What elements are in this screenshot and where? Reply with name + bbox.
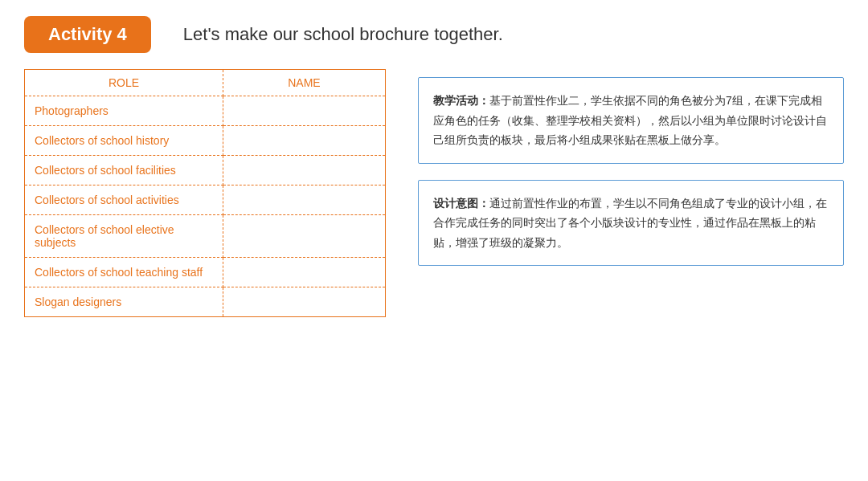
design-intent-label: 设计意图： [433,197,489,210]
table-row: Collectors of school teaching staff [25,258,386,287]
table-row: Slogan designers [25,287,386,317]
table-row: Photographers [25,96,386,126]
name-cell[interactable] [223,258,385,287]
name-cell[interactable] [223,156,385,185]
design-intent-box: 设计意图：通过前置性作业的布置，学生以不同角色组成了专业的设计小组，在合作完成任… [418,180,844,267]
teaching-activity-box: 教学活动：基于前置性作业二，学生依据不同的角色被分为7组，在课下完成相应角色的任… [418,77,844,164]
name-cell[interactable] [223,287,385,317]
right-panel: 教学活动：基于前置性作业二，学生依据不同的角色被分为7组，在课下完成相应角色的任… [418,69,844,465]
main-content: ROLE NAME PhotographersCollectors of sch… [24,69,844,465]
role-cell: Collectors of school elective subjects [25,215,223,258]
role-cell: Collectors of school teaching staff [25,258,223,287]
page: Activity 4 Let's make our school brochur… [0,0,868,481]
role-cell: Collectors of school facilities [25,156,223,185]
table-row: Collectors of school elective subjects [25,215,386,258]
left-panel: ROLE NAME PhotographersCollectors of sch… [24,69,386,465]
activity-badge: Activity 4 [24,16,151,53]
table-row: Collectors of school activities [25,185,386,215]
design-intent-content: 通过前置性作业的布置，学生以不同角色组成了专业的设计小组，在合作完成任务的同时突… [433,197,827,249]
teaching-activity-content: 基于前置性作业二，学生依据不同的角色被分为7组，在课下完成相应角色的任务（收集、… [433,94,827,146]
role-table: ROLE NAME PhotographersCollectors of sch… [24,69,386,317]
name-cell[interactable] [223,215,385,258]
header-description: Let's make our school brochure together. [183,24,503,45]
teaching-activity-label: 教学活动： [433,94,489,107]
role-cell: Collectors of school activities [25,185,223,215]
name-cell[interactable] [223,96,385,126]
role-cell: Photographers [25,96,223,126]
col-name-header: NAME [223,70,385,96]
name-cell[interactable] [223,185,385,215]
table-row: Collectors of school history [25,126,386,156]
header: Activity 4 Let's make our school brochur… [24,16,844,53]
role-cell: Slogan designers [25,287,223,317]
role-cell: Collectors of school history [25,126,223,156]
name-cell[interactable] [223,126,385,156]
col-role-header: ROLE [25,70,223,96]
table-row: Collectors of school facilities [25,156,386,185]
